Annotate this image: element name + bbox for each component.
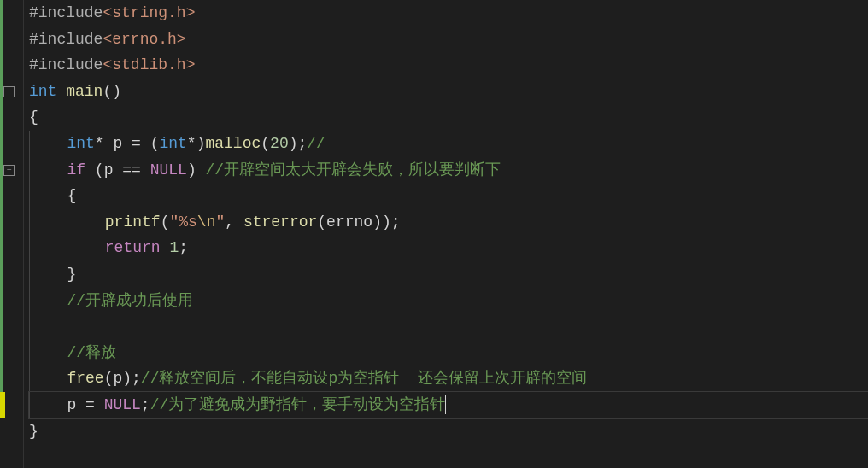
- code-line[interactable]: }: [29, 418, 868, 445]
- code-line[interactable]: [29, 313, 868, 340]
- code-line[interactable]: int* p = (int*)malloc(20);//: [29, 131, 868, 157]
- indent-guide: [29, 235, 30, 261]
- token: (: [104, 366, 114, 392]
- indent-guide: [29, 157, 30, 184]
- token: ": [215, 209, 225, 236]
- token: ,: [225, 209, 243, 236]
- token: //释放: [67, 340, 116, 366]
- indent-guide: [67, 209, 67, 236]
- code-line[interactable]: int main(): [29, 79, 868, 105]
- token: //开辟空间太大开辟会失败，所以要判断下: [205, 157, 501, 184]
- token: //释放空间后，不能自动设p为空指针 还会保留上次开辟的空间: [141, 366, 587, 392]
- token: {: [29, 104, 38, 131]
- token: p: [104, 157, 114, 184]
- token: <errno.h>: [103, 26, 185, 53]
- code-line[interactable]: //释放: [29, 340, 868, 366]
- token: [56, 79, 66, 105]
- token: int: [67, 131, 94, 157]
- code-line[interactable]: return 1;: [29, 235, 868, 261]
- token: );: [289, 131, 308, 157]
- code-line[interactable]: printf("%s\n", strerror(errno));: [29, 209, 868, 236]
- code-line[interactable]: #include<string.h>: [29, 0, 868, 26]
- change-marker: [0, 0, 3, 418]
- token: NULL: [104, 392, 141, 418]
- indent-guide: [29, 313, 30, 340]
- indent-guide: [67, 235, 67, 261]
- token: =: [76, 392, 103, 418]
- code-editor[interactable]: − − #include<string.h>#include<errno.h>#…: [0, 0, 868, 468]
- text-caret: [445, 395, 446, 414]
- token: return: [105, 235, 161, 261]
- token: <string.h>: [103, 0, 195, 26]
- token: ): [187, 157, 206, 184]
- indent-guide: [29, 261, 30, 288]
- token: strerror: [243, 209, 317, 236]
- token: (: [261, 131, 270, 157]
- indent-guide: [29, 392, 30, 418]
- token: //开辟成功后使用: [67, 288, 193, 314]
- token: printf: [105, 209, 161, 236]
- token: {: [67, 183, 76, 209]
- code-line[interactable]: //开辟成功后使用: [29, 288, 868, 314]
- token: #include: [29, 26, 103, 53]
- code-line[interactable]: }: [29, 261, 868, 288]
- token: }: [67, 261, 76, 288]
- indent-guide: [29, 131, 30, 157]
- token: [161, 235, 170, 261]
- fold-toggle-icon[interactable]: −: [3, 86, 15, 97]
- token: );: [122, 366, 141, 392]
- code-line[interactable]: {: [29, 183, 868, 209]
- token: ;: [141, 392, 150, 418]
- token: int: [159, 131, 186, 157]
- code-line[interactable]: free(p);//释放空间后，不能自动设p为空指针 还会保留上次开辟的空间: [29, 366, 868, 392]
- token: //为了避免成为野指针，要手动设为空指针: [150, 392, 446, 418]
- token: int: [29, 79, 56, 105]
- token: 20: [270, 131, 289, 157]
- token: (: [317, 209, 326, 236]
- token: malloc: [205, 131, 261, 157]
- token: "%s: [169, 209, 196, 236]
- token: <stdlib.h>: [103, 52, 195, 79]
- token: (): [103, 79, 121, 105]
- token: main: [66, 79, 103, 105]
- token: errno: [326, 209, 372, 236]
- code-line[interactable]: p = NULL;//为了避免成为野指针，要手动设为空指针: [29, 392, 868, 418]
- indent-guide: [29, 183, 30, 209]
- code-area[interactable]: #include<string.h>#include<errno.h>#incl…: [24, 0, 868, 468]
- token: p: [113, 366, 122, 392]
- fold-toggle-icon[interactable]: −: [3, 165, 15, 176]
- indent-guide: [29, 209, 30, 236]
- token: = (: [122, 131, 159, 157]
- token: NULL: [150, 157, 187, 184]
- token: ));: [372, 209, 400, 236]
- token: //: [307, 131, 326, 157]
- token: #include: [29, 52, 103, 79]
- code-line[interactable]: if (p == NULL) //开辟空间太大开辟会失败，所以要判断下: [29, 157, 868, 184]
- code-line[interactable]: #include<stdlib.h>: [29, 52, 868, 79]
- indent-guide: [29, 366, 30, 392]
- token: p: [113, 131, 122, 157]
- token: #include: [29, 0, 103, 26]
- indent-guide: [29, 340, 30, 366]
- token: (: [85, 157, 104, 184]
- token: *): [187, 131, 206, 157]
- code-line[interactable]: #include<errno.h>: [29, 26, 868, 53]
- token: if: [67, 157, 85, 184]
- token: }: [29, 418, 38, 445]
- indent-guide: [29, 288, 30, 314]
- token: \n: [197, 209, 216, 236]
- token: ==: [113, 157, 150, 184]
- token: p: [67, 392, 76, 418]
- change-marker-current: [0, 392, 5, 418]
- token: 1: [169, 235, 179, 261]
- token: free: [67, 366, 103, 392]
- token: (: [161, 209, 170, 236]
- code-line[interactable]: {: [29, 104, 868, 131]
- token: *: [95, 131, 114, 157]
- token: ;: [179, 235, 188, 261]
